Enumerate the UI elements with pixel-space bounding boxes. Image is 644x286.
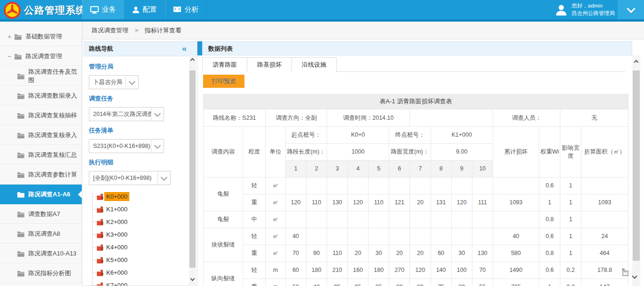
top-bar: 公路管理系统 业务配置分析 您好，admin 昌吉州公路管理局: [0, 0, 644, 22]
tree-connector: [92, 196, 96, 197]
sidebar-item-label: 路况调查任务及范围: [28, 68, 82, 85]
value-cell: 90: [306, 245, 327, 262]
influence-cell: 0.2: [560, 262, 581, 279]
sidebar-item[interactable]: 路况调查复核汇总: [0, 145, 82, 165]
scrollbar-thumb[interactable]: [633, 70, 640, 261]
segment-length-value: 1000: [327, 144, 389, 161]
sidebar-item-label: 路况调查复核录入: [28, 131, 77, 139]
sidebar-item[interactable]: +基础数据管理: [0, 27, 82, 46]
scroll-up-arrow[interactable]: [189, 55, 196, 63]
user-menu-button[interactable]: [618, 0, 644, 19]
weight-cell: 1: [539, 279, 560, 286]
sidebar-item[interactable]: [0, 283, 82, 286]
nav-field-select[interactable]: [全副](K0+0-K16+898): [89, 171, 171, 185]
sidebar-item[interactable]: 路况指标分析图: [0, 263, 82, 283]
start-stake-label: 起点桩号：: [285, 127, 327, 144]
select-value: S231(K0+0-K16+898): [89, 143, 151, 149]
nav-field-label: 管理分局: [89, 62, 191, 71]
data-list-title: 数据列表: [208, 45, 233, 52]
segment-col-header: 5: [369, 161, 389, 178]
sidebar-item[interactable]: 路况调查A8: [0, 224, 82, 244]
tree-connector: [92, 285, 96, 286]
sidebar-item-label: 调查数据A7: [28, 210, 60, 218]
value-cell: 110: [369, 194, 389, 211]
sidebar-item[interactable]: 路况调查任务及范围: [0, 66, 82, 86]
scroll-down-arrow[interactable]: [189, 275, 196, 282]
value-cell: 270: [389, 262, 410, 279]
value-cell: [389, 178, 410, 194]
scroll-down-arrow[interactable]: [633, 272, 636, 279]
breadcrumb-item-parent[interactable]: 路况调查管理: [92, 27, 128, 34]
area-cell: [581, 211, 628, 228]
sidebar-item[interactable]: 路况调查A10-A13: [0, 244, 82, 263]
unit-cell: ㎡: [266, 178, 285, 194]
nav-field-select[interactable]: 卜昌吉分局: [89, 75, 139, 89]
sidebar-item[interactable]: 路况调查数据录入: [0, 86, 82, 106]
expander-icon[interactable]: +: [8, 33, 14, 40]
sidebar-item[interactable]: 路况调查复核录入: [0, 125, 82, 145]
value-cell: 210: [327, 262, 347, 279]
tree-item[interactable]: K2+000: [90, 216, 191, 228]
tab-1[interactable]: 沥青路面: [202, 57, 247, 72]
value-cell: [472, 211, 493, 228]
scrollbar-thumb[interactable]: [189, 70, 196, 268]
tree-connector: [92, 272, 96, 273]
col-header-influence: 影响宽度: [560, 127, 581, 178]
value-cell: 130: [472, 245, 493, 262]
tree-item[interactable]: K6+000: [90, 266, 191, 279]
tree-item[interactable]: K5+000: [90, 254, 191, 266]
value-cell: [389, 211, 410, 228]
segment-length-label: 路段长度(m)：: [285, 144, 327, 161]
col-header-degree: 程度: [243, 127, 266, 178]
collapse-panel-icon[interactable]: «: [182, 42, 187, 56]
segment-col-header: 8: [431, 161, 451, 178]
chevron-down-icon: [157, 171, 170, 185]
sidebar-item[interactable]: 调查数据A7: [0, 204, 82, 224]
tree-item-label: K3+000: [104, 230, 129, 239]
tab-2[interactable]: 路基损坏: [247, 57, 291, 72]
degree-cell: 中: [243, 211, 266, 228]
expander-icon[interactable]: −: [8, 53, 14, 60]
table-row: 重m5040959585808075805573510.2147: [204, 279, 628, 286]
value-cell: [451, 228, 472, 245]
tree-item-label: K0+000: [104, 192, 129, 201]
header-tab-1[interactable]: 业务: [82, 0, 124, 19]
header-tab-label: 分析: [185, 5, 199, 14]
folder-icon: [17, 172, 24, 178]
popup-window-icon[interactable]: [620, 267, 631, 279]
value-cell: 120: [347, 194, 368, 211]
tree-item[interactable]: K0+000: [90, 190, 191, 203]
select-value: 2014年第二次路况调查: [89, 110, 151, 118]
tree-item[interactable]: K7+000: [90, 279, 191, 286]
select-value: [全副](K0+0-K16+898): [89, 174, 157, 182]
header-tab-2[interactable]: 配置: [124, 0, 165, 19]
nav-field-select[interactable]: S231(K0+0-K16+898): [89, 139, 164, 153]
table-title: 表A-1 沥青路面损坏调查表: [204, 94, 628, 109]
header-tab-3[interactable]: 分析: [165, 0, 206, 19]
sidebar-item-label: 路况调查数据录入: [28, 92, 77, 100]
sidebar-item[interactable]: −路况调查管理: [0, 46, 82, 66]
damage-type-cell: 纵向裂缝: [204, 262, 243, 286]
tree-item[interactable]: K3+000: [90, 228, 191, 241]
user-info[interactable]: 您好，admin 昌吉州公路管理局: [555, 0, 615, 19]
tree-item-label: K2+000: [104, 217, 129, 226]
segment-col-header: 9: [451, 161, 472, 178]
tab-3[interactable]: 沿线设施: [291, 57, 337, 72]
sidebar-item-label: 路况指标分析图: [28, 269, 71, 278]
area-cell: 147: [581, 279, 628, 286]
value-cell: [389, 228, 410, 245]
degree-cell: 轻: [243, 262, 266, 279]
sidebar-item[interactable]: 路况调查复核抽样: [0, 106, 82, 125]
sidebar-item[interactable]: 路况调查参数计算: [0, 165, 82, 185]
value-cell: 110: [327, 245, 347, 262]
value-cell: [327, 211, 347, 228]
tree-item[interactable]: K4+000: [90, 241, 191, 254]
sidebar-item[interactable]: 路况调查A1-A6: [0, 185, 82, 204]
station-tree: K0+000K1+000K2+000K3+000K4+000K5+000K6+0…: [90, 190, 191, 286]
value-cell: [472, 228, 493, 245]
nav-field-select[interactable]: 2014年第二次路况调查: [89, 107, 164, 121]
tree-item[interactable]: K1+000: [90, 203, 191, 216]
scroll-up-arrow[interactable]: [632, 57, 640, 65]
header-tab-label: 业务: [102, 5, 116, 14]
print-preview-button[interactable]: 打印预览: [203, 75, 244, 88]
